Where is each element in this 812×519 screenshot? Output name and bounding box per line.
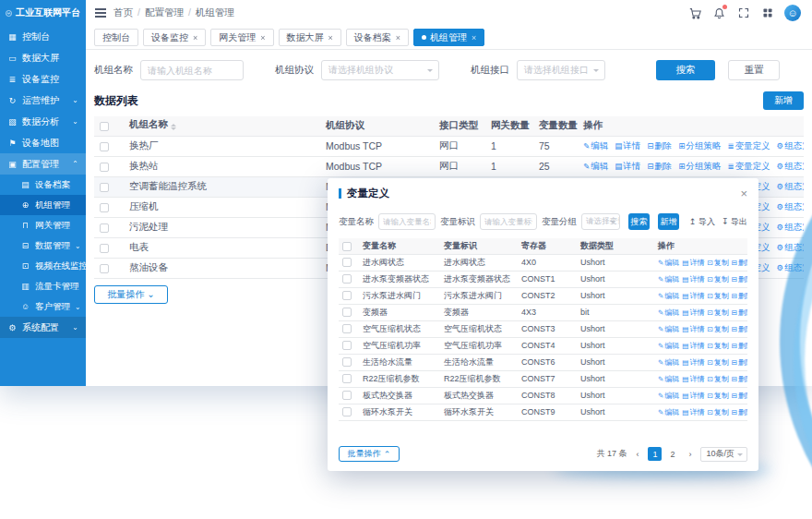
delete-link[interactable]: ⊟删除 xyxy=(647,140,672,151)
group-policy-link[interactable]: ⊞分组策略 xyxy=(678,140,721,151)
var-edit-link[interactable]: ✎编辑 xyxy=(658,259,679,267)
var-delete-link[interactable]: ⊟删除 xyxy=(732,259,747,267)
tab-console[interactable]: 控制台 xyxy=(94,29,138,46)
var-row-checkbox[interactable] xyxy=(342,391,352,400)
var-edit-link[interactable]: ✎编辑 xyxy=(658,292,679,300)
reset-button[interactable]: 重置 xyxy=(728,60,780,80)
tab-gateway[interactable]: 网关管理× xyxy=(210,29,273,46)
var-edit-link[interactable]: ✎编辑 xyxy=(658,275,679,284)
variable-define-link[interactable]: ≣变量定义 xyxy=(727,140,770,151)
var-batch-action-button[interactable]: 批量操作⌃ xyxy=(339,446,400,462)
sidebar-item-data-screen[interactable]: ▭数据大屏 xyxy=(0,47,86,68)
var-detail-link[interactable]: ▤详情 xyxy=(682,259,704,267)
var-delete-link[interactable]: ⊟删除 xyxy=(732,342,747,350)
batch-action-button[interactable]: 批量操作⌄ xyxy=(94,285,168,304)
page-size-select[interactable]: 10条/页 xyxy=(700,447,747,462)
close-tab-icon[interactable]: × xyxy=(193,33,197,42)
delete-link[interactable]: ⊟删除 xyxy=(647,161,672,171)
var-edit-link[interactable]: ✎编辑 xyxy=(658,325,679,333)
var-row-checkbox[interactable] xyxy=(342,308,352,317)
sidebar-item-sim-card[interactable]: ▥流量卡管理 xyxy=(0,276,86,296)
var-copy-link[interactable]: ⊡复制 xyxy=(707,342,728,350)
var-row-checkbox[interactable] xyxy=(342,274,352,284)
sidebar-item-data-mgmt[interactable]: ⊟数据管理⌄ xyxy=(0,235,86,256)
row-checkbox[interactable] xyxy=(100,163,109,172)
var-delete-link[interactable]: ⊟删除 xyxy=(732,375,747,383)
grid-icon[interactable] xyxy=(760,6,774,20)
var-detail-link[interactable]: ▤详情 xyxy=(682,342,704,350)
group-policy-link[interactable]: ⊞分组策略 xyxy=(678,161,721,171)
add-unit-button[interactable]: 新增 xyxy=(763,91,804,110)
var-row-checkbox[interactable] xyxy=(342,291,352,300)
var-detail-link[interactable]: ▤详情 xyxy=(682,275,704,284)
sidebar-item-device-monitor[interactable]: ≣设备监控 xyxy=(0,68,86,90)
var-detail-link[interactable]: ▤详情 xyxy=(682,375,704,383)
var-delete-link[interactable]: ⊟删除 xyxy=(732,408,747,416)
var-name-input[interactable] xyxy=(378,213,436,230)
var-row-checkbox[interactable] xyxy=(342,324,352,333)
var-search-button[interactable]: 搜索 xyxy=(628,213,650,230)
scada-define-link[interactable]: ⚙组态定义 xyxy=(777,201,804,211)
import-link[interactable]: ↥ 导入 xyxy=(689,216,715,228)
unit-port-select[interactable]: 请选择机组接口 xyxy=(517,60,605,80)
sidebar-item-config[interactable]: ▣配置管理⌃ xyxy=(0,153,86,175)
var-row-checkbox[interactable] xyxy=(342,341,352,350)
edit-link[interactable]: ✎编辑 xyxy=(583,140,608,151)
sidebar-item-device-archive[interactable]: ▤设备档案 xyxy=(0,175,86,195)
var-copy-link[interactable]: ⊡复制 xyxy=(707,392,728,400)
tab-device-monitor[interactable]: 设备监控× xyxy=(143,29,206,46)
next-page-button[interactable]: › xyxy=(683,447,697,461)
row-checkbox[interactable] xyxy=(100,223,109,233)
var-copy-link[interactable]: ⊡复制 xyxy=(707,275,728,284)
collapse-menu-icon[interactable] xyxy=(95,8,106,18)
prev-page-button[interactable]: ‹ xyxy=(630,447,644,461)
scada-define-link[interactable]: ⚙组态定义 xyxy=(777,242,804,252)
var-edit-link[interactable]: ✎编辑 xyxy=(658,375,679,383)
var-row-checkbox[interactable] xyxy=(342,258,352,267)
sidebar-item-data-analysis[interactable]: ▧数据分析⌄ xyxy=(0,111,86,132)
close-tab-icon[interactable]: × xyxy=(260,33,265,42)
var-edit-link[interactable]: ✎编辑 xyxy=(658,358,679,367)
var-copy-link[interactable]: ⊡复制 xyxy=(707,308,728,317)
var-copy-link[interactable]: ⊡复制 xyxy=(707,358,728,367)
var-copy-link[interactable]: ⊡复制 xyxy=(707,259,728,267)
sidebar-item-video[interactable]: ⊡视频在线监控 xyxy=(0,256,86,276)
var-edit-link[interactable]: ✎编辑 xyxy=(658,408,679,416)
var-detail-link[interactable]: ▤详情 xyxy=(682,358,704,367)
var-detail-link[interactable]: ▤详情 xyxy=(682,308,704,317)
close-tab-icon[interactable]: × xyxy=(328,33,333,42)
var-delete-link[interactable]: ⊟删除 xyxy=(732,325,747,333)
detail-link[interactable]: ▤详情 xyxy=(615,161,640,171)
var-detail-link[interactable]: ▤详情 xyxy=(682,408,704,416)
var-select-all-checkbox[interactable] xyxy=(342,242,352,251)
var-delete-link[interactable]: ⊟删除 xyxy=(732,358,747,367)
var-delete-link[interactable]: ⊟删除 xyxy=(732,275,747,284)
sidebar-item-customer[interactable]: ☺客户管理⌄ xyxy=(0,296,86,317)
sidebar-item-console[interactable]: ▦控制台 xyxy=(0,26,86,47)
tab-unit[interactable]: 机组管理× xyxy=(413,29,484,46)
detail-link[interactable]: ▤详情 xyxy=(615,140,640,151)
scada-define-link[interactable]: ⚙组态定义 xyxy=(777,140,804,151)
var-add-button[interactable]: 新增 xyxy=(658,213,679,230)
row-checkbox[interactable] xyxy=(100,203,109,212)
var-row-checkbox[interactable] xyxy=(342,407,352,416)
var-copy-link[interactable]: ⊡复制 xyxy=(707,408,728,416)
breadcrumb-item[interactable]: 机组管理 xyxy=(196,6,234,19)
row-checkbox[interactable] xyxy=(100,183,109,192)
user-avatar[interactable]: ☺ xyxy=(784,5,801,21)
var-copy-link[interactable]: ⊡复制 xyxy=(707,292,728,300)
select-all-checkbox[interactable] xyxy=(100,122,109,131)
fullscreen-icon[interactable] xyxy=(736,6,750,20)
var-edit-link[interactable]: ✎编辑 xyxy=(658,342,679,350)
row-checkbox[interactable] xyxy=(100,244,109,253)
cart-icon[interactable] xyxy=(688,6,702,20)
scada-define-link[interactable]: ⚙组态定义 xyxy=(777,161,804,171)
row-checkbox[interactable] xyxy=(100,264,109,273)
page-button-2[interactable]: 2 xyxy=(665,447,679,461)
var-delete-link[interactable]: ⊟删除 xyxy=(732,392,747,400)
sidebar-item-unit[interactable]: ⊕机组管理 xyxy=(0,195,86,215)
var-edit-link[interactable]: ✎编辑 xyxy=(658,392,679,400)
unit-protocol-select[interactable]: 请选择机组协议 xyxy=(321,60,439,80)
tab-data-screen[interactable]: 数据大屏× xyxy=(279,29,341,46)
var-detail-link[interactable]: ▤详情 xyxy=(682,292,704,300)
